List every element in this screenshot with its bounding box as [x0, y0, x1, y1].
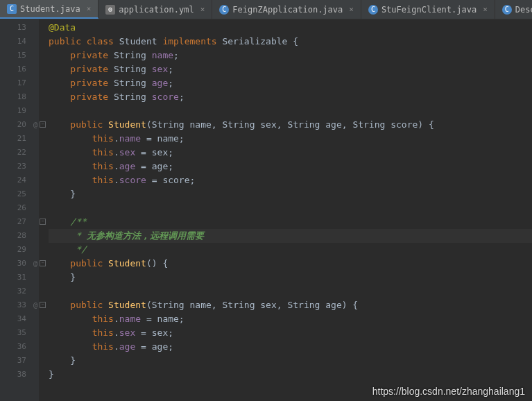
- close-icon[interactable]: ×: [349, 5, 354, 14]
- code-line[interactable]: public Student(String name, String sex, …: [49, 298, 532, 312]
- override-icon[interactable]: @: [33, 257, 37, 271]
- code-line[interactable]: }: [49, 354, 532, 368]
- line-number: 24: [0, 173, 39, 187]
- line-number: 18: [0, 90, 39, 104]
- line-number: 34: [0, 312, 39, 326]
- line-number: 25: [0, 187, 39, 201]
- code-line[interactable]: private String score;: [49, 90, 532, 104]
- close-icon[interactable]: ×: [483, 5, 488, 14]
- fold-icon[interactable]: −: [40, 219, 46, 225]
- code-line[interactable]: this.score = score;: [49, 173, 532, 187]
- code-line[interactable]: public Student() {: [49, 257, 532, 271]
- tab-label: application.yml: [119, 5, 194, 15]
- line-number: 31: [0, 271, 39, 284]
- tab-label: FeignZApplication.java: [232, 5, 343, 15]
- tab-application-yml[interactable]: ⚙application.yml×: [98, 0, 212, 19]
- code-line[interactable]: private String sex;: [49, 62, 532, 76]
- code-line[interactable]: }: [49, 368, 532, 382]
- line-number: 26: [0, 201, 39, 215]
- line-number: 14: [0, 35, 39, 49]
- line-number: 30@−: [0, 257, 39, 271]
- code-line[interactable]: private String age;: [49, 76, 532, 90]
- override-icon[interactable]: @: [33, 118, 37, 132]
- code-area[interactable]: @Datapublic class Student implements Ser…: [39, 19, 532, 401]
- fold-icon[interactable]: −: [40, 121, 46, 128]
- code-line[interactable]: [49, 104, 532, 118]
- code-line[interactable]: [49, 201, 532, 215]
- line-number: 19: [0, 104, 39, 118]
- tab-student-java[interactable]: CStudent.java×: [0, 0, 98, 19]
- tab-label: Student.java: [20, 4, 80, 14]
- code-line[interactable]: this.sex = sex;: [49, 146, 532, 160]
- file-icon: C: [7, 4, 17, 14]
- line-number: 33@−: [0, 298, 39, 312]
- code-line[interactable]: }: [49, 187, 532, 201]
- line-number: 38: [0, 368, 39, 382]
- line-number: 23: [0, 160, 39, 173]
- line-number: 21: [0, 132, 39, 146]
- code-line[interactable]: this.age = age;: [49, 160, 532, 173]
- code-line[interactable]: }: [49, 271, 532, 284]
- code-line[interactable]: @Data: [49, 21, 532, 35]
- file-icon: C: [219, 5, 229, 15]
- line-number: 27−: [0, 215, 39, 229]
- tab-feignzapplication-java[interactable]: CFeignZApplication.java×: [212, 0, 361, 19]
- code-line[interactable]: this.name = name;: [49, 132, 532, 146]
- code-line[interactable]: this.age = age;: [49, 340, 532, 354]
- line-number: 36: [0, 340, 39, 354]
- line-number: 17: [0, 76, 39, 90]
- line-number: 29: [0, 243, 39, 257]
- editor[interactable]: 1314151617181920@−21222324252627−282930@…: [0, 19, 532, 401]
- gutter: 1314151617181920@−21222324252627−282930@…: [0, 19, 39, 401]
- code-line[interactable]: [49, 284, 532, 298]
- tab-bar: CStudent.java×⚙application.yml×CFeignZAp…: [0, 0, 532, 19]
- code-line[interactable]: /**: [49, 215, 532, 229]
- line-number: 16: [0, 62, 39, 76]
- code-line[interactable]: public class Student implements Serializ…: [49, 35, 532, 49]
- code-line[interactable]: public Student(String name, String sex, …: [49, 118, 532, 132]
- code-line[interactable]: this.sex = sex;: [49, 326, 532, 340]
- fold-icon[interactable]: −: [40, 302, 46, 308]
- line-number: 13: [0, 21, 39, 35]
- code-line[interactable]: * 无参构造方法，远程调用需要: [49, 229, 532, 243]
- tab-label: DeserializationContext.ja: [515, 5, 532, 15]
- watermark: https://blog.csdn.net/zhanghailang1: [372, 386, 525, 397]
- override-icon[interactable]: @: [33, 298, 37, 312]
- tab-deserializationcontext-ja[interactable]: CDeserializationContext.ja: [495, 0, 532, 19]
- close-icon[interactable]: ×: [87, 4, 92, 13]
- file-icon: C: [502, 5, 512, 15]
- line-number: 37: [0, 354, 39, 368]
- line-number: 22: [0, 146, 39, 160]
- file-icon: C: [368, 5, 378, 15]
- file-icon: ⚙: [105, 5, 115, 15]
- line-number: 20@−: [0, 118, 39, 132]
- code-line[interactable]: */: [49, 243, 532, 257]
- line-number: 35: [0, 326, 39, 340]
- line-number: 28: [0, 229, 39, 243]
- code-line[interactable]: this.name = name;: [49, 312, 532, 326]
- line-number: 15: [0, 49, 39, 62]
- fold-icon[interactable]: −: [40, 260, 46, 266]
- tab-stufeignclient-java[interactable]: CStuFeignClient.java×: [361, 0, 495, 19]
- tab-label: StuFeignClient.java: [381, 5, 477, 15]
- line-number: 32: [0, 284, 39, 298]
- close-icon[interactable]: ×: [200, 5, 205, 14]
- code-line[interactable]: private String name;: [49, 49, 532, 62]
